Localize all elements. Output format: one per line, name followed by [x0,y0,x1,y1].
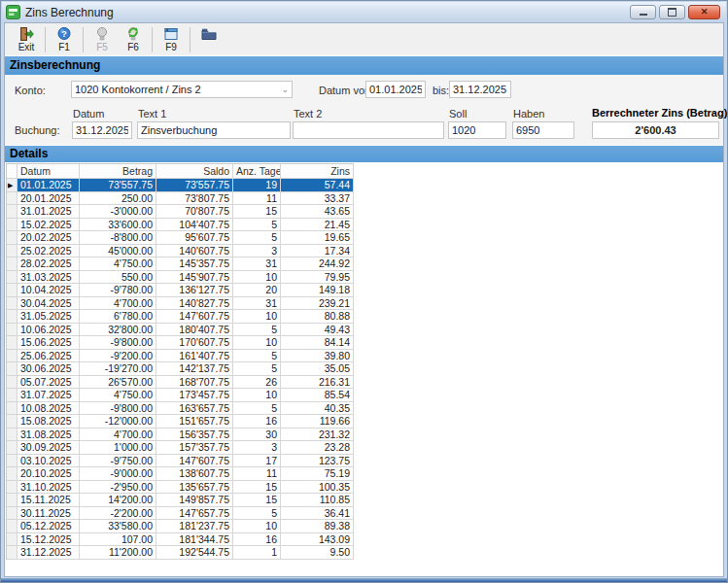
table-row[interactable]: 30.04.20254'700.00140'827.7531239.21 [7,297,354,311]
table-cell: 3 [233,441,281,455]
table-row[interactable]: 31.07.20254'750.00173'457.751085.54 [7,389,354,402]
table-cell: 100.35 [281,481,354,495]
datum-von-input[interactable] [365,81,426,98]
help-f1-button[interactable]: ? F1 [49,24,80,54]
minimize-button[interactable] [630,5,656,19]
column-header-anz-tage[interactable]: Anz. Tage [233,164,281,179]
table-row[interactable]: 30.09.20251'000.00157'357.75323.28 [7,441,354,455]
f5-button: F5 [87,24,118,54]
column-header-saldo[interactable]: Saldo [156,164,233,179]
table-cell: 25.06.2025 [17,350,80,363]
table-row[interactable]: 10.08.2025-9'800.00163'657.75540.35 [7,402,354,416]
table-row[interactable]: ▶01.01.202573'557.7573'557.751957.44 [7,179,354,192]
table-row[interactable]: 31.05.20256'780.00147'607.751080.88 [7,310,354,324]
titlebar[interactable]: Zins Berechnung ✕ [2,2,726,22]
table-cell: -9'800.00 [80,336,156,350]
row-selector-cell [7,350,17,363]
konto-label: Konto: [15,85,46,96]
table-cell: 5 [233,402,281,416]
lightbulb-refresh-icon [125,26,141,42]
table-row[interactable]: 10.04.2025-9'780.00136'127.7520149.18 [7,284,354,297]
table-cell: 10 [233,310,281,324]
table-cell: 15 [233,481,281,495]
buchung-datum-input[interactable] [72,121,132,139]
table-cell: 05.07.2025 [17,376,80,390]
table-cell: 40.35 [281,402,354,416]
column-header-zins[interactable]: Zins [281,164,354,179]
table-row[interactable]: 05.07.202526'570.00168'707.7526216.31 [7,376,354,390]
table-cell: 39.80 [281,350,354,363]
table-row[interactable]: 31.03.2025550.00145'907.751079.95 [7,271,354,285]
exit-button[interactable]: Exit [11,24,42,54]
table-cell: 10 [233,336,281,350]
table-cell: 10 [233,389,281,402]
table-cell: 75.19 [281,467,354,481]
table-cell: -9'200.00 [80,350,156,363]
table-cell: 30.09.2025 [17,441,80,455]
table-cell: 17 [233,455,281,468]
maximize-button[interactable] [659,5,685,19]
table-row[interactable]: 03.10.2025-9'750.00147'607.7517123.75 [7,455,354,468]
toolbar: Exit ? F1 F5 [5,23,723,55]
row-selector-cell [7,336,17,350]
f6-button[interactable]: F6 [118,24,149,54]
table-row[interactable]: 28.02.20254'750.00145'357.7531244.92 [7,257,354,271]
row-selector-cell [7,192,17,206]
table-cell: 5 [233,231,281,245]
table-row[interactable]: 10.06.202532'800.00180'407.75549.43 [7,324,354,337]
table-cell: 239.21 [281,297,354,311]
table-row[interactable]: 31.10.2025-2'950.00135'657.7515100.35 [7,481,354,495]
row-selector-cell [7,231,17,245]
table-row[interactable]: 15.02.202533'600.00104'407.75521.45 [7,219,354,232]
table-cell: -8'800.00 [80,231,156,245]
buchung-text1-input[interactable] [137,121,291,139]
table-row[interactable]: 31.01.2025-3'000.0070'807.751543.65 [7,205,354,219]
table-row[interactable]: 20.10.2025-9'000.00138'607.751175.19 [7,467,354,481]
table-cell: 45'000.00 [80,245,156,258]
table-cell: 36.41 [281,507,354,521]
table-row[interactable]: 30.11.2025-2'200.00147'657.75536.41 [7,507,354,521]
buchung-haben-input[interactable] [512,121,574,139]
row-selector-cell [7,507,17,521]
table-cell: 26 [233,376,281,390]
buchung-col-haben-label: Haben [513,108,544,120]
bis-input[interactable] [449,81,511,98]
table-row[interactable]: 15.06.2025-9'800.00170'607.751084.14 [7,336,354,350]
row-selector-cell [7,271,17,285]
folder-button[interactable] [193,24,225,54]
table-cell: -19'270.00 [80,362,156,376]
table-row[interactable]: 31.12.202511'200.00192'544.7519.50 [7,546,354,560]
table-cell: 4'750.00 [80,257,156,271]
table-cell: 89.38 [281,520,354,533]
f9-button[interactable]: F9 [156,24,187,54]
table-row[interactable]: 25.06.2025-9'200.00161'407.75539.80 [7,350,354,363]
table-cell: 5 [233,507,281,521]
table-row[interactable]: 20.01.2025250.0073'807.751133.37 [7,192,354,206]
column-header-betrag[interactable]: Betrag [80,164,156,179]
table-row[interactable]: 31.08.20254'700.00156'357.7530231.32 [7,429,354,442]
close-button[interactable]: ✕ [688,5,720,19]
table-row[interactable]: 15.08.2025-12'000.00151'657.7516119.66 [7,415,354,429]
table-cell: 10 [233,271,281,285]
berechneter-zins-label: Berrechneter Zins (Betrag) [592,107,727,119]
berechneter-zins-value [592,121,719,139]
buchung-text2-input[interactable] [293,121,444,139]
table-cell: 19 [233,179,281,192]
row-selector-cell [7,494,17,507]
table-row[interactable]: 05.12.202533'580.00181'237.751089.38 [7,520,354,533]
row-selector-cell [7,324,17,337]
toolbar-separator [83,27,84,52]
table-row[interactable]: 25.02.202545'000.00140'607.75317.34 [7,245,354,258]
column-header-datum[interactable]: Datum [17,164,80,179]
table-cell: 181'237.75 [156,520,233,533]
konto-dropdown[interactable]: 1020 Kontokorrent / Zins 2 ⌄ [71,81,293,98]
table-row[interactable]: 15.12.2025107.00181'344.7516143.09 [7,533,354,547]
row-selector-cell [7,429,17,442]
table-row[interactable]: 20.02.2025-8'800.0095'607.75519.65 [7,231,354,245]
row-selector-cell [7,546,17,560]
buchung-col-text1-label: Text 1 [138,108,166,120]
table-row[interactable]: 15.11.202514'200.00149'857.7515110.85 [7,494,354,507]
table-row[interactable]: 30.06.2025-19'270.00142'137.75535.05 [7,362,354,376]
table-cell: 85.54 [281,389,354,402]
buchung-soll-input[interactable] [448,121,506,139]
